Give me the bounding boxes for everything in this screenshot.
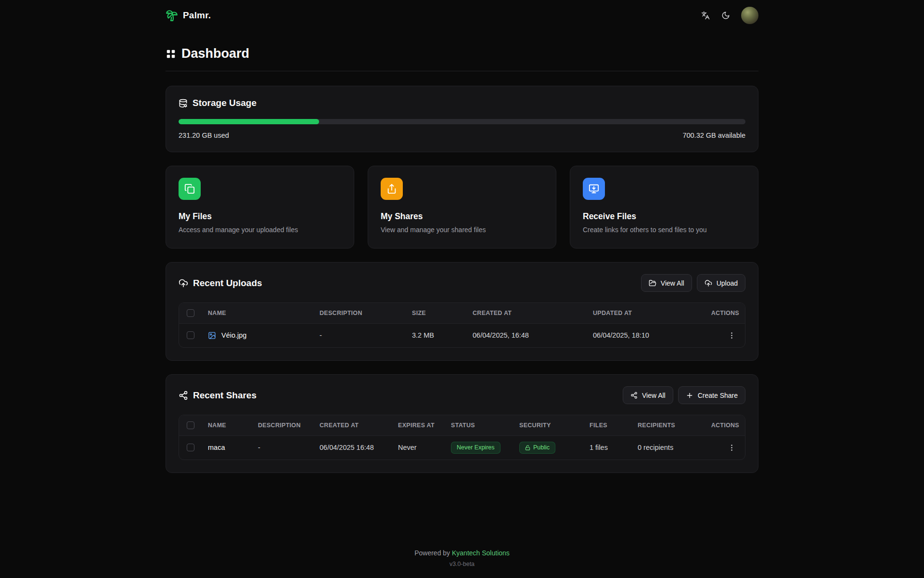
upload-row-actions-button[interactable] bbox=[724, 328, 739, 343]
quick-card-my-shares[interactable]: My Shares View and manage your shared fi… bbox=[368, 166, 556, 249]
quick-access-grid: My Files Access and manage your uploaded… bbox=[166, 166, 758, 249]
recent-shares-header: Recent Shares View All Creat bbox=[179, 386, 745, 404]
share-nodes-icon bbox=[630, 392, 638, 399]
column-header-created-at: CREATED AT bbox=[312, 415, 390, 435]
lock-open-icon bbox=[525, 445, 530, 450]
create-share-button[interactable]: Create Share bbox=[678, 386, 745, 404]
share-table-row: maca - 06/04/2025 16:48 Never Never Expi… bbox=[179, 435, 745, 460]
brand-name: Palmr. bbox=[183, 10, 211, 21]
column-header-expires-at: EXPIRES AT bbox=[390, 415, 443, 435]
brand[interactable]: Palmr. bbox=[166, 9, 211, 22]
recent-shares-table: NAME DESCRIPTION CREATED AT EXPIRES AT S… bbox=[179, 415, 745, 460]
divider bbox=[166, 71, 758, 71]
storage-usage-title: Storage Usage bbox=[192, 98, 257, 108]
column-header-description: DESCRIPTION bbox=[312, 303, 404, 323]
storage-usage-header: Storage Usage bbox=[179, 98, 745, 108]
status-badge-label: Never Expires bbox=[457, 444, 495, 451]
upload-table-row: Véio.jpg - 3.2 MB 06/04/2025, 16:48 06/0… bbox=[179, 323, 745, 347]
cell-description: - bbox=[250, 435, 312, 460]
view-all-shares-button[interactable]: View All bbox=[623, 386, 673, 404]
cell-created-at: 06/04/2025, 16:48 bbox=[465, 323, 585, 347]
share-box-icon-box bbox=[381, 178, 403, 200]
cell-recipients: 0 recipients bbox=[630, 435, 689, 460]
footer-version: v3.0-beta bbox=[0, 561, 924, 567]
upload-button[interactable]: Upload bbox=[697, 274, 745, 292]
quick-card-description: View and manage your shared files bbox=[381, 226, 543, 234]
upload-row-checkbox[interactable] bbox=[187, 331, 194, 339]
storage-progress-fill bbox=[179, 119, 319, 124]
column-header-recipients: RECIPIENTS bbox=[630, 415, 689, 435]
quick-card-receive-files[interactable]: Receive Files Create links for others to… bbox=[570, 166, 758, 249]
language-button[interactable] bbox=[697, 7, 714, 24]
cloud-upload-icon bbox=[179, 278, 188, 288]
column-header-security: SECURITY bbox=[512, 415, 582, 435]
view-all-uploads-button[interactable]: View All bbox=[641, 274, 692, 292]
uploads-header-row: NAME DESCRIPTION SIZE CREATED AT UPDATED… bbox=[179, 303, 745, 323]
header-actions bbox=[697, 7, 758, 24]
view-all-shares-label: View All bbox=[642, 392, 666, 399]
file-name-cell: Véio.jpg bbox=[208, 331, 304, 340]
column-header-status: STATUS bbox=[443, 415, 512, 435]
files-icon-box bbox=[179, 178, 201, 200]
file-name: Véio.jpg bbox=[221, 331, 246, 339]
column-header-actions: ACTIONS bbox=[701, 303, 745, 323]
recent-uploads-header: Recent Uploads View All Upload bbox=[179, 274, 745, 292]
app-footer: Powered by Kyantech Solutions v3.0-beta bbox=[0, 538, 924, 578]
storage-available-label: 700.32 GB available bbox=[682, 131, 745, 139]
cell-updated-at: 06/04/2025, 18:10 bbox=[585, 323, 701, 347]
security-badge-label: Public bbox=[533, 444, 550, 451]
select-all-uploads-checkbox[interactable] bbox=[187, 309, 194, 317]
share-nodes-icon bbox=[179, 391, 188, 400]
ellipsis-vertical-icon bbox=[728, 444, 736, 452]
cell-expires-at: Never bbox=[390, 435, 443, 460]
files-icon bbox=[184, 184, 195, 194]
storage-used-label: 231.20 GB used bbox=[179, 131, 229, 139]
dashboard-grid-icon bbox=[166, 49, 176, 59]
upload-button-label: Upload bbox=[717, 279, 738, 287]
column-header-files: FILES bbox=[582, 415, 630, 435]
shares-header-row: NAME DESCRIPTION CREATED AT EXPIRES AT S… bbox=[179, 415, 745, 435]
cell-files: 1 files bbox=[582, 435, 630, 460]
security-badge: Public bbox=[519, 442, 555, 454]
ellipsis-vertical-icon bbox=[728, 331, 736, 340]
recent-shares-title: Recent Shares bbox=[193, 390, 257, 401]
column-header-size: SIZE bbox=[404, 303, 465, 323]
dashboard-main: Dashboard Storage Usage 231.20 GB u bbox=[166, 31, 758, 486]
column-header-name: NAME bbox=[200, 303, 312, 323]
page-title: Dashboard bbox=[166, 46, 758, 61]
moon-icon bbox=[721, 11, 730, 20]
recent-uploads-title: Recent Uploads bbox=[193, 278, 262, 289]
footer-company-link[interactable]: Kyantech Solutions bbox=[452, 549, 510, 557]
plus-icon bbox=[686, 392, 693, 399]
recent-uploads-table: NAME DESCRIPTION SIZE CREATED AT UPDATED… bbox=[179, 302, 745, 348]
share-name: maca bbox=[208, 444, 225, 451]
storage-usage-card: Storage Usage 231.20 GB used 700.32 GB a… bbox=[166, 86, 758, 152]
palm-tree-icon bbox=[166, 9, 178, 22]
column-header-name: NAME bbox=[200, 415, 250, 435]
share-box-icon bbox=[386, 184, 397, 194]
column-header-created-at: CREATED AT bbox=[465, 303, 585, 323]
app-page: Palmr. Dashboa bbox=[0, 0, 924, 578]
page-title-text: Dashboard bbox=[181, 46, 249, 61]
storage-progress-bar bbox=[179, 119, 745, 124]
quick-card-title: My Files bbox=[179, 211, 341, 222]
status-badge: Never Expires bbox=[451, 442, 500, 454]
app-header: Palmr. bbox=[0, 0, 924, 31]
theme-toggle-button[interactable] bbox=[717, 7, 734, 24]
monitor-down-icon bbox=[589, 184, 599, 194]
quick-card-my-files[interactable]: My Files Access and manage your uploaded… bbox=[166, 166, 354, 249]
quick-card-description: Access and manage your uploaded files bbox=[179, 226, 341, 234]
select-all-shares-checkbox[interactable] bbox=[187, 421, 194, 429]
cell-size: 3.2 MB bbox=[404, 323, 465, 347]
languages-icon bbox=[701, 11, 710, 20]
share-row-actions-button[interactable] bbox=[724, 440, 739, 455]
view-all-uploads-label: View All bbox=[661, 279, 684, 287]
cell-description: - bbox=[312, 323, 404, 347]
share-row-checkbox[interactable] bbox=[187, 444, 194, 451]
user-avatar[interactable] bbox=[741, 7, 758, 24]
footer-powered-by: Powered by bbox=[414, 549, 450, 557]
column-header-updated-at: UPDATED AT bbox=[585, 303, 701, 323]
folder-open-icon bbox=[649, 279, 656, 287]
database-gear-icon bbox=[179, 99, 188, 108]
cloud-upload-icon bbox=[705, 279, 712, 287]
